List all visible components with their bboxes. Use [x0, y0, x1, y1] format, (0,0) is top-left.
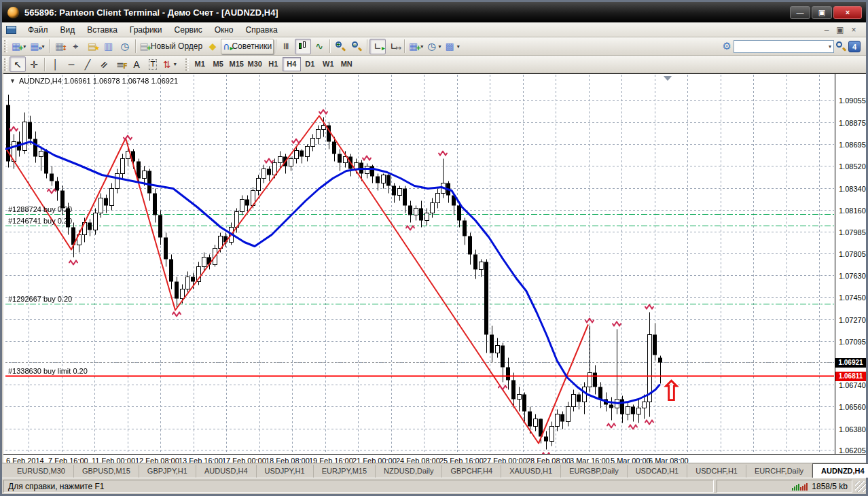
price-tick-label: 1.08160	[839, 207, 866, 215]
price-tick-label: 1.06380	[839, 425, 866, 433]
zoom-out-button[interactable]: −	[348, 39, 365, 54]
chart-tab-eurgbp-daily[interactable]: EURGBP,Daily	[561, 465, 628, 478]
textT-icon: T	[149, 59, 158, 70]
chart-tab-gbpusd-m15[interactable]: GBPUSD,M15	[74, 465, 139, 478]
hat-badge-icon: ▸	[230, 43, 233, 53]
tool-crosshair-button[interactable]: ✛	[26, 56, 42, 72]
data-window-button[interactable]: ⌖	[68, 39, 84, 54]
mdi-restore-button[interactable]: ▣	[833, 24, 847, 35]
chart-tab-usdjpy-h1[interactable]: USDJPY,H1	[257, 465, 314, 478]
minimize-button[interactable]: —	[790, 6, 810, 19]
toolbar-separator	[44, 58, 45, 71]
expert-advisors-button[interactable]: ∩▸Советники	[221, 39, 274, 54]
timeframe-m1-button[interactable]: M1	[191, 57, 209, 71]
periods-button[interactable]: ◷▾	[425, 39, 443, 54]
menu-bar: ФайлВидВставкаГрафикиСервисОкноСправка –…	[2, 22, 866, 37]
timeframe-m15-button[interactable]: M15	[228, 57, 246, 71]
menu-вид[interactable]: Вид	[54, 24, 82, 36]
timeframe-mn-button[interactable]: MN	[338, 57, 356, 71]
tool-text-label-button[interactable]: T	[145, 56, 161, 72]
chart-tab-xauusd-h1[interactable]: XAUUSD,H1	[501, 465, 561, 478]
price-tick-label: 1.07095	[839, 338, 866, 346]
toolbar-grip[interactable]	[4, 40, 7, 52]
chart-tab-eurjpy-m15[interactable]: EURJPY,M15	[314, 465, 376, 478]
mdi-close-button[interactable]: ×	[847, 24, 861, 35]
tool-horizontal-line-button[interactable]: ─	[63, 56, 79, 72]
toolbar-grip[interactable]	[4, 58, 7, 71]
periods-dropdown-icon[interactable]: ▾	[439, 43, 441, 50]
line-chart-button[interactable]: ∿	[311, 39, 327, 54]
new-order-label: Новый Ордер	[151, 41, 202, 51]
chart-area: 6 Feb 20147 Feb 16:0011 Feb 00:0012 Feb …	[3, 73, 866, 467]
tool-arrows-objects-button[interactable]: ⇅▾	[161, 56, 179, 72]
chart-symbol-info[interactable]: ▼ AUDNZD,H4 1.06961 1.06978 1.06748 1.06…	[9, 77, 178, 85]
tool-text-button[interactable]: A	[128, 56, 145, 72]
community-icon[interactable]: 4	[848, 41, 861, 52]
profiles-button[interactable]: ▦»▾	[28, 39, 46, 54]
resize-grip[interactable]	[855, 481, 866, 492]
bar-chart-button[interactable]: ≡	[278, 39, 295, 54]
strategy-tester-button[interactable]: ◷	[117, 39, 133, 54]
chart-tab-usdchf-h1[interactable]: USDCHF,H1	[687, 465, 746, 478]
chart-canvas[interactable]	[5, 75, 834, 454]
up-arrow-object[interactable]: ⇧	[659, 377, 683, 406]
menu-вставка[interactable]: Вставка	[81, 24, 124, 36]
traffic-counter: 1858/5 kb	[812, 482, 848, 491]
menu-справка[interactable]: Справка	[240, 24, 284, 36]
candlestick-chart-button[interactable]	[295, 39, 311, 54]
close-button[interactable]: ×	[833, 6, 862, 19]
chart-shift-button[interactable]: ∟↦	[386, 39, 402, 54]
list-win-icon: ▥	[104, 41, 113, 51]
tool-cursor-button[interactable]: ↖	[10, 56, 26, 72]
arrows-objects-dropdown-icon[interactable]: ▾	[174, 61, 177, 67]
chart-tab-audusd-h4[interactable]: AUDUSD,H4	[196, 465, 257, 478]
timeframe-m30-button[interactable]: M30	[246, 57, 264, 71]
title-bar[interactable]: 565896: Panteon Client Terminal - Демо С…	[2, 2, 866, 22]
timeframe-d1-button[interactable]: D1	[301, 57, 319, 71]
tool-trendline-button[interactable]: ╱	[79, 56, 96, 72]
menu-графики[interactable]: Графики	[124, 24, 168, 36]
chart-tab-eurusd-m30[interactable]: EURUSD,M30	[9, 465, 74, 478]
price-tick-label: 1.06560	[839, 403, 866, 411]
terminal-button[interactable]: ▥	[101, 39, 117, 54]
templates-button[interactable]: ▩▾	[444, 39, 462, 54]
connection-bars-icon	[792, 482, 808, 491]
menu-файл[interactable]: Файл	[22, 24, 54, 36]
navigator-button[interactable]: ▤★	[84, 39, 101, 54]
tool-equidistant-channel-button[interactable]: =	[96, 56, 112, 72]
chart-tab-gbpchf-h4[interactable]: GBPCHF,H4	[442, 465, 501, 478]
market-watch-button[interactable]: ▦↕	[52, 39, 68, 54]
chart-tab-eurchf-daily[interactable]: EURCHF,Daily	[746, 465, 812, 478]
chart-tab-gbpjpy-h1[interactable]: GBPJPY,H1	[139, 465, 196, 478]
new-order-button[interactable]: ▤+Новый Ордер	[138, 39, 205, 54]
hat-icon: ∩▸	[223, 41, 230, 51]
mdi-minimize-button[interactable]: –	[820, 24, 833, 35]
chart-tab-nzdusd-daily[interactable]: NZDUSD,Daily	[376, 465, 442, 478]
auto-scroll-button[interactable]: ∟▸	[369, 39, 386, 54]
menu-сервис[interactable]: Сервис	[168, 24, 209, 36]
zoom-in-button[interactable]: +	[332, 39, 348, 54]
timeframe-h1-button[interactable]: H1	[264, 57, 283, 71]
chart-tab-audnzd-h4[interactable]: AUDNZD,H4	[812, 463, 868, 478]
new-chart-button[interactable]: ▦+▾	[10, 39, 28, 54]
maximize-button[interactable]: ▣	[812, 6, 832, 19]
timeframe-m5-button[interactable]: M5	[209, 57, 228, 71]
tool-fibonacci-button[interactable]: ≡F	[112, 56, 128, 72]
search-input[interactable]	[734, 41, 826, 52]
templates-dropdown-icon[interactable]: ▾	[457, 43, 460, 50]
menu-окно[interactable]: Окно	[209, 24, 240, 36]
search-icon[interactable]	[836, 41, 846, 52]
search-dropdown-icon[interactable]: ▾	[827, 43, 833, 50]
metaeditor-button[interactable]: ◆	[204, 39, 221, 54]
toolbar-grip[interactable]	[185, 58, 189, 71]
ind-plus-badge-icon: +	[416, 43, 421, 53]
price-axis[interactable]	[835, 74, 866, 455]
price-tick-label: 1.07985	[839, 228, 866, 236]
timeframe-h4-button[interactable]: H4	[283, 57, 301, 71]
tool-vertical-line-button[interactable]: │	[47, 56, 63, 72]
chart-shift-marker[interactable]	[664, 76, 672, 81]
gear-icon[interactable]: ⚙	[723, 41, 731, 51]
chart-tab-usdcad-h1[interactable]: USDCAD,H1	[628, 465, 688, 478]
timeframe-w1-button[interactable]: W1	[319, 57, 338, 71]
indicators-button[interactable]: ▦+▾	[407, 39, 425, 54]
